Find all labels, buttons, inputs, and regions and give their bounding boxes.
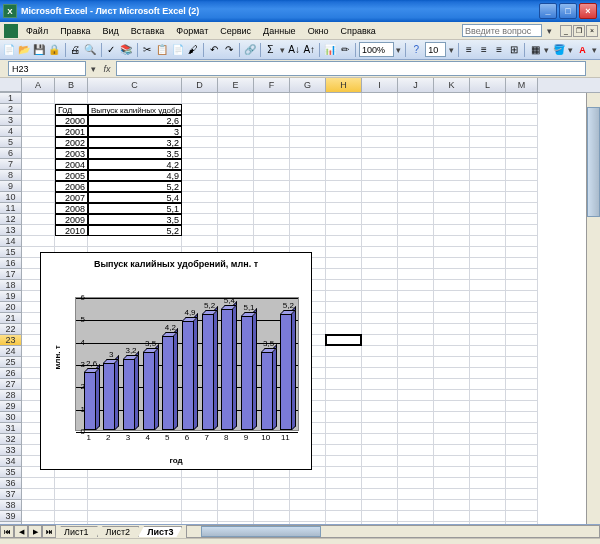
cell-C10[interactable]: 5,4: [88, 192, 182, 203]
cell-M8[interactable]: [506, 170, 538, 181]
cell-D40[interactable]: [182, 522, 218, 524]
row-header[interactable]: 19: [0, 291, 22, 302]
cell-L10[interactable]: [470, 192, 506, 203]
cell-D36[interactable]: [182, 478, 218, 489]
cell-B4[interactable]: 2001: [55, 126, 88, 137]
cell-H20[interactable]: [326, 302, 362, 313]
cell-K39[interactable]: [434, 511, 470, 522]
sheet-tab[interactable]: Лист2: [97, 526, 140, 537]
cell-H1[interactable]: [326, 93, 362, 104]
cell-M26[interactable]: [506, 368, 538, 379]
cell-F12[interactable]: [254, 214, 290, 225]
new-icon[interactable]: 📄: [2, 41, 16, 59]
cell-I19[interactable]: [362, 291, 398, 302]
cell-D10[interactable]: [182, 192, 218, 203]
align-right-icon[interactable]: ≡: [492, 41, 506, 59]
cell-H31[interactable]: [326, 423, 362, 434]
borders-icon[interactable]: ▦: [528, 41, 542, 59]
cell-C3[interactable]: 2,6: [88, 115, 182, 126]
cell-M3[interactable]: [506, 115, 538, 126]
cell-K30[interactable]: [434, 412, 470, 423]
cell-H17[interactable]: [326, 269, 362, 280]
fill-color-icon[interactable]: 🪣: [552, 41, 566, 59]
cell-K20[interactable]: [434, 302, 470, 313]
cell-A5[interactable]: [22, 137, 55, 148]
cell-M38[interactable]: [506, 500, 538, 511]
col-header-C[interactable]: C: [88, 78, 182, 92]
cell-J36[interactable]: [398, 478, 434, 489]
cell-C5[interactable]: 3,2: [88, 137, 182, 148]
col-header-A[interactable]: A: [22, 78, 55, 92]
cell-K35[interactable]: [434, 467, 470, 478]
cell-K26[interactable]: [434, 368, 470, 379]
cell-K9[interactable]: [434, 181, 470, 192]
cell-E36[interactable]: [218, 478, 254, 489]
cell-I2[interactable]: [362, 104, 398, 115]
spell-icon[interactable]: ✓: [104, 41, 118, 59]
cell-F1[interactable]: [254, 93, 290, 104]
cell-I23[interactable]: [362, 335, 398, 346]
cell-I14[interactable]: [362, 236, 398, 247]
cell-H22[interactable]: [326, 324, 362, 335]
cell-G5[interactable]: [290, 137, 326, 148]
cell-A38[interactable]: [22, 500, 55, 511]
preview-icon[interactable]: 🔍: [83, 41, 97, 59]
cell-M5[interactable]: [506, 137, 538, 148]
cell-E3[interactable]: [218, 115, 254, 126]
cell-J18[interactable]: [398, 280, 434, 291]
row-header[interactable]: 23: [0, 335, 22, 346]
cell-L3[interactable]: [470, 115, 506, 126]
cell-K7[interactable]: [434, 159, 470, 170]
col-header-E[interactable]: E: [218, 78, 254, 92]
cell-B36[interactable]: [55, 478, 88, 489]
cell-M32[interactable]: [506, 434, 538, 445]
cell-I25[interactable]: [362, 357, 398, 368]
col-header-M[interactable]: M: [506, 78, 538, 92]
cell-H40[interactable]: [326, 522, 362, 524]
cell-I24[interactable]: [362, 346, 398, 357]
cell-G7[interactable]: [290, 159, 326, 170]
cell-H23[interactable]: [326, 335, 362, 346]
cell-L32[interactable]: [470, 434, 506, 445]
cell-J6[interactable]: [398, 148, 434, 159]
cell-J19[interactable]: [398, 291, 434, 302]
cell-A2[interactable]: [22, 104, 55, 115]
cell-M40[interactable]: [506, 522, 538, 524]
help-dropdown-icon[interactable]: ▾: [544, 26, 554, 36]
cell-M33[interactable]: [506, 445, 538, 456]
cell-F10[interactable]: [254, 192, 290, 203]
cell-J34[interactable]: [398, 456, 434, 467]
row-header[interactable]: 7: [0, 159, 22, 170]
row-header[interactable]: 6: [0, 148, 22, 159]
cell-K24[interactable]: [434, 346, 470, 357]
zoom-combo[interactable]: 100%: [359, 42, 394, 57]
cell-L11[interactable]: [470, 203, 506, 214]
cell-L21[interactable]: [470, 313, 506, 324]
cell-C36[interactable]: [88, 478, 182, 489]
tab-first-icon[interactable]: ⏮: [0, 525, 14, 538]
cell-L12[interactable]: [470, 214, 506, 225]
cell-G8[interactable]: [290, 170, 326, 181]
cell-I15[interactable]: [362, 247, 398, 258]
cell-F5[interactable]: [254, 137, 290, 148]
cell-E7[interactable]: [218, 159, 254, 170]
menu-правка[interactable]: Правка: [54, 24, 96, 38]
row-header[interactable]: 40: [0, 522, 22, 524]
cell-M37[interactable]: [506, 489, 538, 500]
cell-K38[interactable]: [434, 500, 470, 511]
fx-icon[interactable]: fx: [98, 64, 116, 74]
cell-M9[interactable]: [506, 181, 538, 192]
cell-F9[interactable]: [254, 181, 290, 192]
cell-I9[interactable]: [362, 181, 398, 192]
cell-J37[interactable]: [398, 489, 434, 500]
cell-I20[interactable]: [362, 302, 398, 313]
cell-E9[interactable]: [218, 181, 254, 192]
cell-F40[interactable]: [254, 522, 290, 524]
row-header[interactable]: 21: [0, 313, 22, 324]
cell-K23[interactable]: [434, 335, 470, 346]
cell-L34[interactable]: [470, 456, 506, 467]
cell-B38[interactable]: [55, 500, 88, 511]
chart-icon[interactable]: 📊: [323, 41, 337, 59]
cell-L20[interactable]: [470, 302, 506, 313]
cell-L25[interactable]: [470, 357, 506, 368]
